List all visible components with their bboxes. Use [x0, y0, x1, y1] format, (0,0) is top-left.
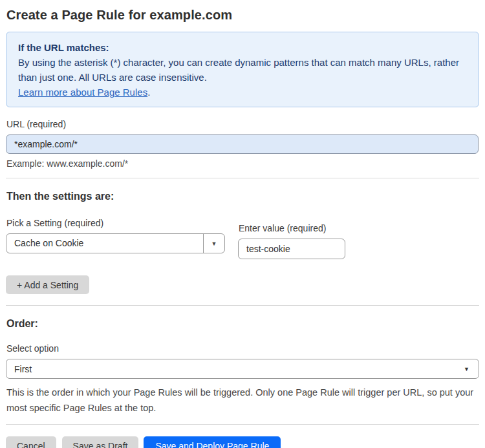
save-draft-button[interactable]: Save as Draft — [62, 436, 139, 448]
pick-setting-label: Pick a Setting (required) — [6, 218, 225, 228]
order-select-value: First — [14, 364, 32, 374]
chevron-down-icon: ▼ — [464, 366, 469, 372]
pick-setting-column: Pick a Setting (required) Cache on Cooki… — [6, 218, 225, 259]
divider — [6, 305, 479, 306]
setting-row: Pick a Setting (required) Cache on Cooki… — [6, 218, 479, 259]
settings-section-heading: Then the settings are: — [6, 191, 479, 202]
divider — [6, 178, 479, 178]
info-box-link-line: Learn more about Page Rules. — [18, 85, 467, 100]
setting-select-value: Cache on Cookie — [6, 234, 203, 253]
info-box-heading: If the URL matches: — [18, 40, 467, 55]
divider — [6, 424, 479, 425]
url-label: URL (required) — [6, 119, 479, 129]
url-example-text: Example: www.example.com/* — [6, 158, 479, 169]
setting-select[interactable]: Cache on Cookie ▼ — [6, 233, 225, 253]
link-suffix: . — [147, 87, 150, 98]
learn-more-link[interactable]: Learn more about Page Rules — [18, 87, 147, 98]
order-select[interactable]: First ▼ — [6, 359, 479, 379]
footer-actions: Cancel Save as Draft Save and Deploy Pag… — [6, 436, 479, 448]
save-deploy-button[interactable]: Save and Deploy Page Rule — [144, 436, 281, 448]
add-setting-button[interactable]: + Add a Setting — [6, 275, 89, 294]
page-title: Create a Page Rule for example.com — [6, 8, 479, 23]
create-page-rule-panel: Create a Page Rule for example.com If th… — [0, 0, 485, 448]
cancel-button[interactable]: Cancel — [6, 436, 56, 448]
chevron-down-icon: ▼ — [203, 234, 224, 253]
url-input[interactable] — [6, 134, 479, 154]
order-section-heading: Order: — [6, 318, 479, 330]
url-match-info-box: If the URL matches: By using the asteris… — [6, 32, 479, 107]
setting-value-input[interactable] — [238, 239, 345, 259]
enter-value-label: Enter value (required) — [239, 223, 345, 233]
order-help-text: This is the order in which your Page Rul… — [6, 385, 479, 416]
order-select-label: Select option — [6, 343, 479, 354]
enter-value-column: Enter value (required) — [238, 218, 345, 259]
info-box-body: By using the asterisk (*) character, you… — [18, 55, 467, 85]
